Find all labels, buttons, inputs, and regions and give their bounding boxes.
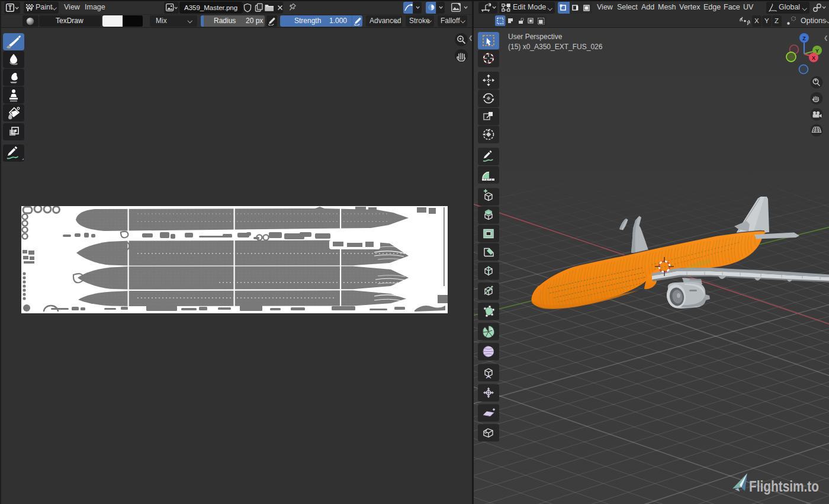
svg-text:Y: Y <box>815 48 819 54</box>
svg-text:X: X <box>812 55 815 61</box>
svg-text:(15) x0_A350_EXT_FUS_026: (15) x0_A350_EXT_FUS_026 <box>508 43 603 51</box>
svg-text:T: T <box>8 5 12 11</box>
svg-text:User Perspective: User Perspective <box>508 33 563 41</box>
svg-text:Flightsim.to: Flightsim.to <box>749 477 819 495</box>
svg-text:Z: Z <box>802 36 806 41</box>
